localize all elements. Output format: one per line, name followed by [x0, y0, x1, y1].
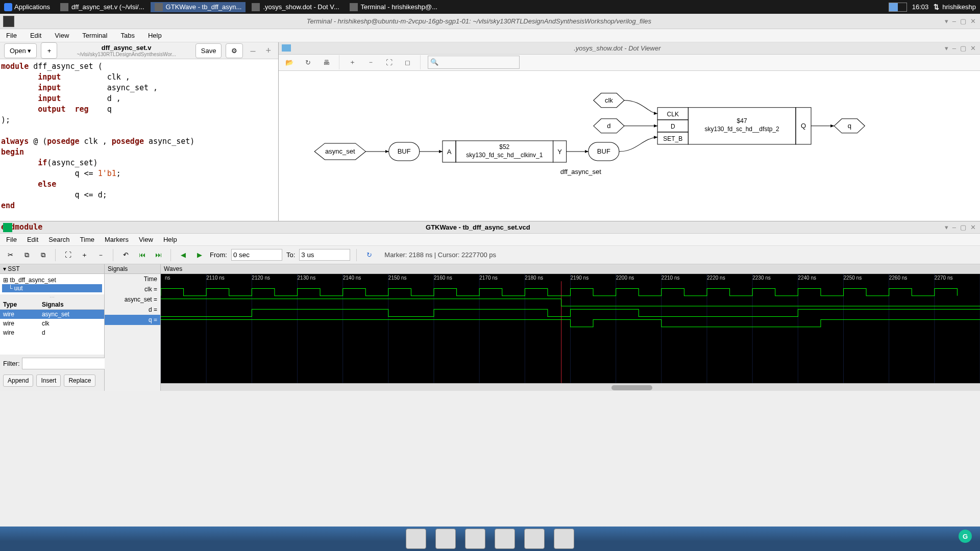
gw-menu-view[interactable]: View [139, 236, 153, 243]
zoom-fit-icon[interactable]: ⛶ [383, 57, 395, 68]
svg-text:dff_async_set: dff_async_set [560, 168, 601, 176]
dock-folder-icon[interactable] [554, 529, 574, 549]
desktop-panel: Applications dff_async_set.v (~/vlsi/...… [0, 0, 980, 14]
window-max-icon[interactable]: + [262, 45, 274, 56]
gw-menu-markers[interactable]: Markers [105, 236, 129, 243]
gw-menu-file[interactable]: File [6, 236, 17, 243]
undo-icon[interactable]: ↶ [119, 249, 132, 261]
last-edge-icon[interactable]: ⏭ [152, 249, 164, 261]
gw-menu-time[interactable]: Time [80, 236, 94, 243]
signal-names-column: Signals Time clk = async_set = d = q = [105, 264, 161, 391]
hierarchy-tree[interactable]: ⊞ tb_dff_async_set └ uut [0, 274, 104, 294]
signal-list[interactable]: TypeSignals wireasync_set wireclk wired [0, 300, 104, 355]
replace-button[interactable]: Replace [64, 374, 95, 387]
zoom-100-icon[interactable]: ◻ [402, 57, 413, 68]
svg-text:2230 ns: 2230 ns [752, 275, 771, 281]
first-edge-icon[interactable]: ⏮ [136, 249, 148, 261]
filter-input[interactable] [22, 358, 112, 369]
zoom-in-icon[interactable]: ＋ [347, 57, 358, 68]
wave-scrollbar[interactable] [161, 383, 980, 391]
dock-browser-icon[interactable] [495, 529, 515, 549]
svg-text:2130 ns: 2130 ns [298, 275, 316, 281]
window-min-icon[interactable]: ▾ [945, 17, 948, 25]
dotviewer-title: .yosys_show.dot - Dot Viewer [294, 44, 941, 52]
svg-text:async_set: async_set [325, 147, 355, 155]
window-max-icon[interactable]: ▢ [960, 17, 966, 25]
terminal-menubar: File Edit View Terminal Tabs Help [0, 29, 980, 42]
print-icon[interactable]: 🖶 [321, 57, 332, 68]
svg-text:ns: ns [165, 275, 170, 281]
svg-text:clk: clk [605, 96, 613, 104]
gw-menu-help[interactable]: Help [163, 236, 177, 243]
copy-icon[interactable]: ⧉ [20, 249, 33, 261]
menu-edit[interactable]: Edit [30, 32, 41, 39]
save-button[interactable]: Save [195, 43, 222, 58]
open-button[interactable]: Open ▾ [4, 43, 37, 58]
dock-files-icon[interactable] [465, 529, 485, 549]
svg-text:2160 ns: 2160 ns [434, 275, 452, 281]
waveform-canvas[interactable]: ns2110 ns2120 ns2130 ns2140 ns2150 ns216… [161, 274, 980, 383]
dock-terminal-icon[interactable] [435, 529, 456, 549]
cut-icon[interactable]: ✂ [4, 249, 16, 261]
workspace-switcher[interactable] [889, 3, 907, 12]
prev-edge-icon[interactable]: ◀ [177, 249, 189, 261]
reload-icon[interactable]: ↻ [302, 57, 313, 68]
menu-tabs[interactable]: Tabs [120, 32, 134, 39]
search-input[interactable]: 🔍 [428, 56, 520, 69]
next-edge-icon[interactable]: ▶ [193, 249, 206, 261]
gw-menu-edit[interactable]: Edit [27, 236, 38, 243]
to-input[interactable] [299, 249, 350, 261]
zoom-out-icon[interactable]: － [94, 249, 107, 261]
dock-desktop-icon[interactable] [406, 529, 426, 549]
window-max-icon[interactable]: ▢ [960, 44, 966, 52]
svg-text:2200 ns: 2200 ns [616, 275, 634, 281]
append-button[interactable]: Append [3, 374, 33, 387]
zoom-out-icon[interactable]: － [365, 57, 376, 68]
code-area[interactable]: module dff_async_set ( input clk , input… [0, 59, 278, 235]
svg-text:d: d [607, 122, 610, 130]
window-max-icon[interactable]: ▢ [960, 223, 966, 231]
gtkwave: GTKWave - tb_dff_async_set.vcd ▾ – ▢ ✕ F… [0, 221, 980, 391]
task-editor[interactable]: dff_async_set.v (~/vlsi/... [56, 2, 148, 12]
sst-header: ▾ SST [0, 264, 104, 274]
text-editor: Open ▾ + dff_async_set.v ~/vlsi/sky130RT… [0, 42, 279, 221]
graph-canvas[interactable]: async_set BUF A $52 sky130_fd_sc_hd__clk… [279, 71, 980, 221]
window-hide-icon[interactable]: – [952, 44, 956, 52]
dock-search-icon[interactable] [524, 529, 545, 549]
terminal-titlebar: Terminal - hrishikeshp@ubuntu-m-2vcpu-16… [0, 14, 980, 29]
window-hide-icon[interactable]: – [952, 223, 956, 231]
task-terminal[interactable]: Terminal - hrishikeshp@... [346, 2, 442, 12]
sig-row-d: wired [0, 328, 104, 337]
window-min-icon[interactable]: ▾ [945, 44, 948, 52]
window-min-icon[interactable]: – [247, 45, 258, 56]
zoom-fit-icon[interactable]: ⛶ [62, 249, 74, 261]
task-dotviewer[interactable]: .yosys_show.dot - Dot V... [248, 2, 343, 12]
new-tab-button[interactable]: + [41, 42, 57, 59]
window-close-icon[interactable]: ✕ [970, 17, 976, 25]
applications-menu[interactable]: Applications [4, 3, 50, 11]
window-close-icon[interactable]: ✕ [970, 223, 976, 231]
gw-menu-search[interactable]: Search [48, 236, 69, 243]
settings-button[interactable]: ⚙ [226, 43, 243, 58]
open-folder-icon[interactable]: 📂 [284, 57, 295, 68]
from-input[interactable] [231, 249, 282, 261]
reload-icon[interactable]: ↻ [363, 249, 375, 261]
menu-file[interactable]: File [6, 32, 17, 39]
menu-help[interactable]: Help [148, 32, 162, 39]
paste-icon[interactable]: ⧉ [37, 249, 49, 261]
menu-terminal[interactable]: Terminal [82, 32, 107, 39]
window-close-icon[interactable]: ✕ [970, 44, 976, 52]
svg-text:BUF: BUF [597, 147, 610, 155]
sig-row-async-set: wireasync_set [0, 310, 104, 319]
network-icon[interactable]: ⇅ [934, 3, 939, 11]
insert-button[interactable]: Insert [36, 374, 61, 387]
task-gtkwave[interactable]: GTKWave - tb_dff_asyn... [151, 2, 246, 12]
svg-text:Q: Q [801, 122, 806, 130]
user-label[interactable]: hrishikeshp [942, 3, 976, 11]
menu-view[interactable]: View [55, 32, 69, 39]
window-hide-icon[interactable]: – [952, 17, 956, 25]
svg-text:2190 ns: 2190 ns [571, 275, 589, 281]
grammarly-icon[interactable]: G [959, 530, 972, 543]
window-min-icon[interactable]: ▾ [945, 223, 948, 231]
zoom-in-icon[interactable]: ＋ [78, 249, 90, 261]
